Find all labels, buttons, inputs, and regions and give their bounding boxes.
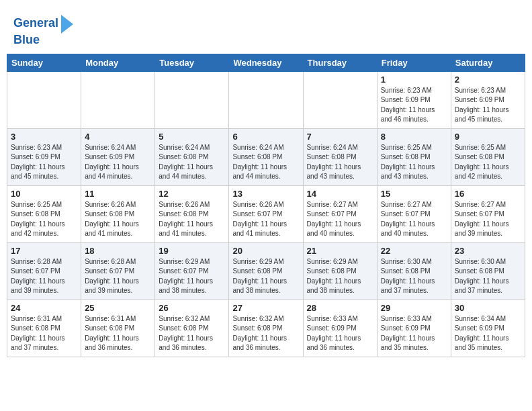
calendar-cell: 10Sunrise: 6:25 AM Sunset: 6:08 PM Dayli… [7,185,81,242]
calendar-cell: 3Sunrise: 6:23 AM Sunset: 6:09 PM Daylig… [7,128,81,185]
calendar-cell: 29Sunrise: 6:33 AM Sunset: 6:09 PM Dayli… [377,300,451,357]
day-info: Sunrise: 6:28 AM Sunset: 6:07 PM Dayligh… [11,257,77,296]
calendar-cell: 13Sunrise: 6:26 AM Sunset: 6:07 PM Dayli… [229,185,303,242]
day-info: Sunrise: 6:30 AM Sunset: 6:08 PM Dayligh… [455,257,521,296]
logo-text-blue: Blue [13,34,40,47]
day-number: 18 [85,246,151,256]
day-number: 26 [159,303,225,313]
day-number: 22 [381,246,447,256]
day-info: Sunrise: 6:34 AM Sunset: 6:09 PM Dayligh… [455,314,521,353]
weekday-header-sunday: Sunday [7,54,81,71]
day-number: 23 [455,246,521,256]
day-number: 28 [307,303,373,313]
weekday-header-monday: Monday [81,54,155,71]
day-info: Sunrise: 6:24 AM Sunset: 6:08 PM Dayligh… [159,143,225,182]
day-number: 7 [307,132,373,142]
day-number: 25 [85,303,151,313]
calendar-cell: 26Sunrise: 6:32 AM Sunset: 6:08 PM Dayli… [155,300,229,357]
day-info: Sunrise: 6:23 AM Sunset: 6:09 PM Dayligh… [11,143,77,182]
day-number: 14 [307,189,373,199]
week-row-3: 10Sunrise: 6:25 AM Sunset: 6:08 PM Dayli… [7,185,525,242]
calendar-cell: 28Sunrise: 6:33 AM Sunset: 6:09 PM Dayli… [303,300,377,357]
day-info: Sunrise: 6:33 AM Sunset: 6:09 PM Dayligh… [381,314,447,353]
day-number: 1 [381,75,447,85]
day-number: 24 [11,303,77,313]
week-row-5: 24Sunrise: 6:31 AM Sunset: 6:08 PM Dayli… [7,300,525,357]
calendar-cell: 9Sunrise: 6:25 AM Sunset: 6:08 PM Daylig… [451,128,525,185]
day-info: Sunrise: 6:31 AM Sunset: 6:08 PM Dayligh… [11,314,77,353]
day-number: 15 [381,189,447,199]
day-number: 11 [85,189,151,199]
day-number: 27 [232,303,299,313]
day-info: Sunrise: 6:24 AM Sunset: 6:08 PM Dayligh… [307,143,373,182]
calendar-cell: 2Sunrise: 6:23 AM Sunset: 6:09 PM Daylig… [451,71,525,128]
day-info: Sunrise: 6:27 AM Sunset: 6:07 PM Dayligh… [381,200,447,239]
calendar-cell: 23Sunrise: 6:30 AM Sunset: 6:08 PM Dayli… [451,242,525,300]
day-info: Sunrise: 6:30 AM Sunset: 6:08 PM Dayligh… [381,257,447,296]
day-info: Sunrise: 6:32 AM Sunset: 6:08 PM Dayligh… [232,314,299,353]
calendar-cell: 25Sunrise: 6:31 AM Sunset: 6:08 PM Dayli… [81,300,155,357]
calendar-cell: 4Sunrise: 6:24 AM Sunset: 6:09 PM Daylig… [81,128,155,185]
calendar-cell: 16Sunrise: 6:27 AM Sunset: 6:07 PM Dayli… [451,185,525,242]
day-number: 3 [11,132,77,142]
day-number: 29 [381,303,447,313]
day-number: 30 [455,303,521,313]
calendar-cell: 7Sunrise: 6:24 AM Sunset: 6:08 PM Daylig… [303,128,377,185]
day-number: 9 [455,132,521,142]
day-number: 5 [159,132,225,142]
calendar-cell: 8Sunrise: 6:25 AM Sunset: 6:08 PM Daylig… [377,128,451,185]
weekday-header-tuesday: Tuesday [155,54,229,71]
week-row-2: 3Sunrise: 6:23 AM Sunset: 6:09 PM Daylig… [7,128,525,185]
calendar-cell: 5Sunrise: 6:24 AM Sunset: 6:08 PM Daylig… [155,128,229,185]
week-row-4: 17Sunrise: 6:28 AM Sunset: 6:07 PM Dayli… [7,242,525,300]
day-info: Sunrise: 6:23 AM Sunset: 6:09 PM Dayligh… [381,86,447,125]
weekday-header-friday: Friday [377,54,451,71]
calendar-cell: 19Sunrise: 6:29 AM Sunset: 6:07 PM Dayli… [155,242,229,300]
weekday-header-thursday: Thursday [303,54,377,71]
day-number: 8 [381,132,447,142]
day-info: Sunrise: 6:29 AM Sunset: 6:08 PM Dayligh… [307,257,373,296]
calendar-cell [303,71,377,128]
day-info: Sunrise: 6:25 AM Sunset: 6:08 PM Dayligh… [455,143,521,182]
day-info: Sunrise: 6:24 AM Sunset: 6:09 PM Dayligh… [85,143,151,182]
day-info: Sunrise: 6:32 AM Sunset: 6:08 PM Dayligh… [159,314,225,353]
day-info: Sunrise: 6:27 AM Sunset: 6:07 PM Dayligh… [307,200,373,239]
calendar-table: SundayMondayTuesdayWednesdayThursdayFrid… [7,54,525,357]
day-info: Sunrise: 6:29 AM Sunset: 6:07 PM Dayligh… [159,257,225,296]
day-info: Sunrise: 6:28 AM Sunset: 6:07 PM Dayligh… [85,257,151,296]
calendar-cell: 24Sunrise: 6:31 AM Sunset: 6:08 PM Dayli… [7,300,81,357]
day-info: Sunrise: 6:26 AM Sunset: 6:08 PM Dayligh… [85,200,151,239]
day-info: Sunrise: 6:31 AM Sunset: 6:08 PM Dayligh… [85,314,151,353]
calendar-cell: 20Sunrise: 6:29 AM Sunset: 6:08 PM Dayli… [229,242,303,300]
weekday-header-wednesday: Wednesday [229,54,303,71]
calendar-cell [7,71,81,128]
logo: General Blue [13,13,73,47]
day-number: 10 [11,189,77,199]
logo-text: General [13,17,58,30]
calendar-cell: 14Sunrise: 6:27 AM Sunset: 6:07 PM Dayli… [303,185,377,242]
day-info: Sunrise: 6:26 AM Sunset: 6:08 PM Dayligh… [159,200,225,239]
weekday-header-row: SundayMondayTuesdayWednesdayThursdayFrid… [7,54,525,71]
day-number: 13 [232,189,299,199]
calendar-cell: 12Sunrise: 6:26 AM Sunset: 6:08 PM Dayli… [155,185,229,242]
day-number: 2 [455,75,521,85]
calendar-cell: 22Sunrise: 6:30 AM Sunset: 6:08 PM Dayli… [377,242,451,300]
week-row-1: 1Sunrise: 6:23 AM Sunset: 6:09 PM Daylig… [7,71,525,128]
calendar-cell [229,71,303,128]
day-number: 12 [159,189,225,199]
day-number: 16 [455,189,521,199]
calendar-cell: 18Sunrise: 6:28 AM Sunset: 6:07 PM Dayli… [81,242,155,300]
day-info: Sunrise: 6:24 AM Sunset: 6:08 PM Dayligh… [232,143,299,182]
calendar-cell [81,71,155,128]
calendar-cell: 11Sunrise: 6:26 AM Sunset: 6:08 PM Dayli… [81,185,155,242]
day-info: Sunrise: 6:23 AM Sunset: 6:09 PM Dayligh… [455,86,521,125]
calendar-cell [155,71,229,128]
calendar-cell: 27Sunrise: 6:32 AM Sunset: 6:08 PM Dayli… [229,300,303,357]
day-number: 20 [232,246,299,256]
day-info: Sunrise: 6:27 AM Sunset: 6:07 PM Dayligh… [455,200,521,239]
day-info: Sunrise: 6:25 AM Sunset: 6:08 PM Dayligh… [11,200,77,239]
logo-arrow-icon [61,15,73,34]
day-number: 17 [11,246,77,256]
day-info: Sunrise: 6:25 AM Sunset: 6:08 PM Dayligh… [381,143,447,182]
calendar-cell: 15Sunrise: 6:27 AM Sunset: 6:07 PM Dayli… [377,185,451,242]
